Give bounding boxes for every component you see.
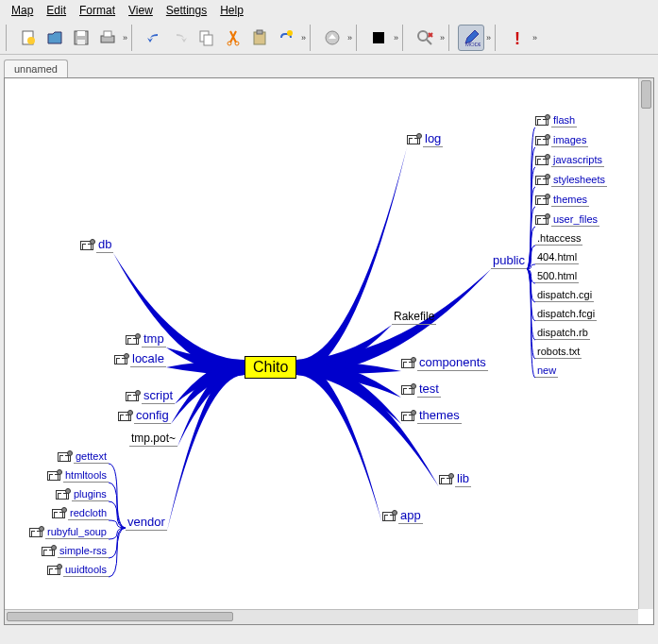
branch-test[interactable]: test: [401, 381, 441, 398]
node-label: javascripts: [551, 154, 604, 167]
toolbar-overflow-2[interactable]: »: [299, 33, 308, 42]
svg-rect-6: [104, 31, 111, 37]
cut-button[interactable]: [220, 25, 246, 51]
node-label: simple-rss: [58, 545, 109, 558]
menu-view[interactable]: View: [123, 2, 159, 19]
node-label: dispatch.cgi: [535, 289, 594, 302]
new-map-button[interactable]: [15, 25, 42, 51]
branch-db[interactable]: db: [80, 237, 113, 253]
branch-public[interactable]: public: [491, 253, 527, 269]
svg-point-13: [287, 30, 293, 36]
important-button[interactable]: !: [504, 25, 531, 51]
toolbar-overflow-6[interactable]: »: [484, 33, 493, 42]
node-label: config: [134, 408, 171, 424]
link-button[interactable]: [273, 25, 299, 51]
up-button[interactable]: [319, 25, 346, 51]
node-label: 500.html: [535, 270, 579, 283]
branch-rakefile[interactable]: Rakefile: [392, 310, 436, 325]
branch-config[interactable]: config: [118, 408, 171, 424]
menu-help[interactable]: Help: [214, 2, 249, 19]
undo-button[interactable]: [141, 25, 167, 51]
node-label: locale: [130, 351, 166, 367]
node-label: uuidtools: [63, 564, 109, 577]
vendor-child-rubyful_soup[interactable]: rubyful_soup: [29, 526, 109, 539]
menu-map[interactable]: Map: [6, 2, 39, 19]
node-label: plugins: [72, 488, 109, 501]
public-child-stylesheets[interactable]: stylesheets: [535, 174, 607, 187]
public-child-flash[interactable]: flash: [535, 114, 577, 127]
branch-locale[interactable]: locale: [114, 351, 166, 367]
vendor-child-plugins[interactable]: plugins: [56, 488, 109, 501]
node-label: redcloth: [68, 507, 109, 520]
horizontal-scrollbar[interactable]: [5, 609, 638, 624]
folder-icon: [52, 508, 65, 519]
branch-themes[interactable]: themes: [401, 408, 462, 424]
folder-icon: [47, 470, 60, 482]
open-button[interactable]: [42, 25, 68, 51]
branch-app[interactable]: app: [382, 508, 423, 524]
folder-icon: [439, 474, 452, 485]
root-node[interactable]: Chito: [245, 356, 296, 379]
vendor-child-gettext[interactable]: gettext: [58, 450, 109, 464]
tab-unnamed[interactable]: unnamed: [4, 59, 68, 77]
vendor-child-htmltools[interactable]: htmltools: [47, 469, 109, 483]
folder-icon: [401, 358, 414, 369]
public-child-new[interactable]: new: [535, 364, 558, 378]
public-child-404-html[interactable]: 404.html: [535, 251, 579, 264]
node-label: .htaccess: [535, 232, 582, 246]
branch-components[interactable]: components: [401, 355, 488, 371]
public-child-user_files[interactable]: user_files: [535, 213, 599, 227]
branch-lib[interactable]: lib: [439, 471, 471, 487]
public-child-javascripts[interactable]: javascripts: [535, 154, 604, 167]
scroll-thumb[interactable]: [7, 612, 233, 621]
vertical-scrollbar[interactable]: [638, 78, 653, 609]
copy-button[interactable]: [194, 25, 220, 51]
folder-icon: [535, 195, 548, 206]
branch-tmppot[interactable]: tmp.pot~: [129, 432, 177, 447]
toolbar: » » » » » MODE » ! »: [0, 21, 658, 55]
svg-rect-12: [257, 30, 262, 34]
toolbar-overflow-7[interactable]: »: [531, 33, 539, 42]
branch-script[interactable]: script: [126, 388, 175, 404]
menu-edit[interactable]: Edit: [41, 2, 72, 19]
scroll-thumb[interactable]: [641, 80, 651, 109]
vendor-child-redcloth[interactable]: redcloth: [52, 507, 109, 520]
save-button[interactable]: [68, 25, 94, 51]
toolbar-overflow-5[interactable]: »: [438, 33, 447, 42]
branch-log[interactable]: log: [407, 131, 443, 147]
canvas-wrapper: Chitodbtmplocalescriptconfigtmp.pot~vend…: [4, 77, 654, 625]
public-child-themes[interactable]: themes: [535, 194, 589, 207]
public-child--htaccess[interactable]: .htaccess: [535, 232, 582, 246]
zoom-button[interactable]: [412, 25, 438, 51]
public-child-dispatch-fcgi[interactable]: dispatch.fcgi: [535, 308, 597, 321]
vendor-child-simple-rss[interactable]: simple-rss: [42, 545, 109, 558]
print-button[interactable]: [94, 25, 121, 51]
branch-tmp[interactable]: tmp: [126, 331, 166, 347]
toolbar-overflow-1[interactable]: »: [121, 33, 129, 42]
menu-format[interactable]: Format: [74, 2, 121, 19]
svg-point-10: [235, 42, 239, 45]
folder-icon: [407, 134, 420, 145]
node-label: public: [491, 253, 527, 269]
branch-vendor[interactable]: vendor: [126, 515, 167, 531]
separator: [6, 25, 13, 51]
edit-mode-button[interactable]: MODE: [458, 25, 484, 51]
vendor-child-uuidtools[interactable]: uuidtools: [47, 564, 109, 577]
color-button[interactable]: [365, 25, 392, 51]
public-child-robots-txt[interactable]: robots.txt: [535, 346, 582, 359]
menu-settings[interactable]: Settings: [160, 2, 212, 19]
public-child-images[interactable]: images: [535, 134, 588, 147]
folder-icon: [58, 451, 71, 463]
toolbar-overflow-4[interactable]: »: [392, 33, 400, 42]
toolbar-overflow-3[interactable]: »: [346, 33, 354, 42]
node-label: log: [423, 131, 443, 147]
public-child-500-html[interactable]: 500.html: [535, 270, 579, 283]
public-child-dispatch-rb[interactable]: dispatch.rb: [535, 327, 590, 340]
redo-button[interactable]: [167, 25, 194, 51]
mindmap-canvas[interactable]: Chitodbtmplocalescriptconfigtmp.pot~vend…: [5, 78, 638, 609]
svg-point-9: [228, 42, 231, 45]
paste-button[interactable]: [246, 25, 273, 51]
separator: [402, 25, 410, 51]
public-child-dispatch-cgi[interactable]: dispatch.cgi: [535, 289, 594, 302]
node-label: flash: [551, 114, 577, 127]
